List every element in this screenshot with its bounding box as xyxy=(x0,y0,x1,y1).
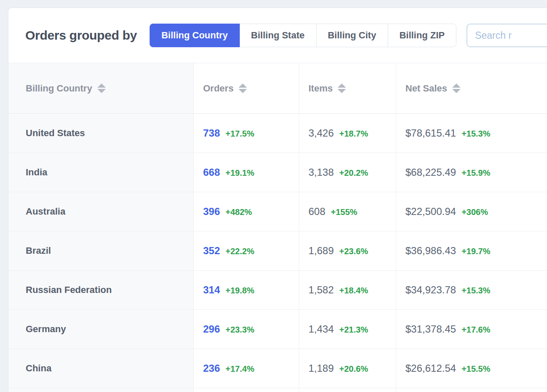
items-cell: 1,189 +20.6% xyxy=(299,349,396,388)
net-sales-change-badge: +306% xyxy=(461,207,488,217)
orders-change-badge: +17.5% xyxy=(225,129,254,139)
cell-value-group: $26,612.54 +15.5% xyxy=(405,362,491,374)
country-cell: India xyxy=(8,153,194,192)
items-change-badge: +21.3% xyxy=(339,325,368,335)
cell-value-group: 3,138 +20.2% xyxy=(308,166,368,178)
cell-value-group: 236 +17.4% xyxy=(203,362,254,374)
orders-cell: 236 +17.4% xyxy=(194,349,299,388)
items-count: 3,138 xyxy=(308,166,334,178)
cell-value-group: 738 +17.5% xyxy=(203,127,254,139)
net-sales-change-badge: +15.9% xyxy=(461,168,490,178)
items-count: 3,426 xyxy=(308,127,334,139)
net-sales-value: $22,500.94 xyxy=(405,206,456,217)
tab-billing-country[interactable]: Billing Country xyxy=(150,24,240,47)
sort-up-arrow-icon xyxy=(239,83,247,88)
orders-cell xyxy=(194,388,299,392)
net-sales-cell: $36,986.43 +19.7% xyxy=(396,231,547,271)
country-cell: China xyxy=(8,349,194,388)
orders-count-link[interactable]: 668 xyxy=(203,166,220,178)
net-sales-change-badge: +19.7% xyxy=(461,247,490,256)
items-cell xyxy=(299,388,396,392)
country-name: Russian Federation xyxy=(26,285,112,295)
sort-up-arrow-icon xyxy=(97,83,106,88)
sort-icon xyxy=(452,83,461,93)
net-sales-cell: $34,923.78 +15.3% xyxy=(396,271,547,310)
net-sales-value: $34,923.78 xyxy=(405,284,456,296)
cell-value-group: 396 +482% xyxy=(203,206,252,217)
sort-icon xyxy=(97,83,106,93)
orders-count-link[interactable]: 236 xyxy=(203,362,220,374)
orders-table: Billing Country Orders Items Net Sales U… xyxy=(8,63,547,392)
tab-billing-state[interactable]: Billing State xyxy=(239,24,316,47)
net-sales-change-badge: +15.3% xyxy=(461,286,490,295)
orders-cell: 314 +19.8% xyxy=(194,271,299,310)
items-cell: 1,434 +21.3% xyxy=(299,310,396,349)
country-cell: Russian Federation xyxy=(8,271,194,310)
cell-value-group: 314 +19.8% xyxy=(203,284,254,296)
orders-count-link[interactable]: 396 xyxy=(203,206,220,217)
net-sales-value: $78,615.41 xyxy=(405,127,456,139)
net-sales-value: $36,986.43 xyxy=(405,245,456,257)
cell-value-group: 1,689 +23.6% xyxy=(308,245,368,257)
country-name: United States xyxy=(26,128,85,139)
orders-cell: 668 +19.1% xyxy=(194,153,299,192)
cell-value-group: 1,189 +20.6% xyxy=(308,362,368,374)
column-header-billing-country[interactable]: Billing Country xyxy=(8,63,194,114)
sort-up-arrow-icon xyxy=(452,83,461,88)
tab-billing-zip[interactable]: Billing ZIP xyxy=(388,24,457,47)
column-label: Billing Country xyxy=(26,83,92,94)
cell-value-group: 1,434 +21.3% xyxy=(308,323,368,335)
orders-cell: 296 +23.3% xyxy=(194,310,299,349)
net-sales-value: $68,225.49 xyxy=(405,166,456,178)
column-label: Items xyxy=(308,83,332,94)
net-sales-cell: $68,225.49 +15.9% xyxy=(396,153,547,192)
column-header-items[interactable]: Items xyxy=(299,63,396,114)
items-cell: 1,689 +23.6% xyxy=(299,231,396,271)
cell-value-group: 668 +19.1% xyxy=(203,166,254,178)
sort-icon xyxy=(338,83,346,93)
orders-change-badge: +17.4% xyxy=(225,364,254,374)
tab-billing-city[interactable]: Billing City xyxy=(316,24,388,47)
orders-change-badge: +22.2% xyxy=(225,247,254,256)
cell-value-group: 3,426 +18.7% xyxy=(308,127,368,139)
orders-change-badge: +482% xyxy=(225,207,252,217)
search-input[interactable] xyxy=(467,24,547,47)
items-change-badge: +18.7% xyxy=(339,129,368,139)
country-name: Australia xyxy=(26,206,65,217)
column-header-net-sales[interactable]: Net Sales xyxy=(396,63,547,114)
items-cell: 3,426 +18.7% xyxy=(299,114,396,153)
cell-value-group: 352 +22.2% xyxy=(203,245,254,257)
column-label: Orders xyxy=(203,83,233,94)
items-change-badge: +155% xyxy=(331,207,357,217)
sort-down-arrow-icon xyxy=(97,89,106,93)
country-cell xyxy=(8,388,194,392)
orders-count-link[interactable]: 352 xyxy=(203,245,220,257)
items-change-badge: +20.2% xyxy=(339,168,368,178)
net-sales-change-badge: +17.6% xyxy=(461,325,490,335)
sort-down-arrow-icon xyxy=(239,89,247,93)
items-cell: 3,138 +20.2% xyxy=(299,153,396,192)
cell-value-group: $36,986.43 +19.7% xyxy=(405,245,491,257)
orders-cell: 738 +17.5% xyxy=(194,114,299,153)
orders-count-link[interactable]: 314 xyxy=(203,284,220,296)
cell-value-group: 1,582 +18.4% xyxy=(308,284,368,296)
column-header-orders[interactable]: Orders xyxy=(194,63,299,114)
sort-down-arrow-icon xyxy=(338,89,346,93)
orders-count-link[interactable]: 296 xyxy=(203,323,220,335)
country-name: Germany xyxy=(26,324,66,335)
cell-value-group: $78,615.41 +15.3% xyxy=(405,127,491,139)
net-sales-cell: $26,612.54 +15.5% xyxy=(396,349,547,388)
country-cell: Australia xyxy=(8,192,194,231)
cell-value-group: $68,225.49 +15.9% xyxy=(405,166,491,178)
country-cell: Brazil xyxy=(8,231,194,271)
net-sales-change-badge: +15.3% xyxy=(461,129,490,139)
country-name: China xyxy=(26,363,51,374)
orders-count-link[interactable]: 738 xyxy=(203,127,220,139)
country-name: Brazil xyxy=(26,245,51,256)
sort-down-arrow-icon xyxy=(452,89,461,93)
page-title: Orders grouped by xyxy=(25,28,137,43)
net-sales-cell: $22,500.94 +306% xyxy=(396,192,547,231)
sort-up-arrow-icon xyxy=(338,83,346,88)
net-sales-cell: $31,378.45 +17.6% xyxy=(396,310,547,349)
cell-value-group: 296 +23.3% xyxy=(203,323,254,335)
